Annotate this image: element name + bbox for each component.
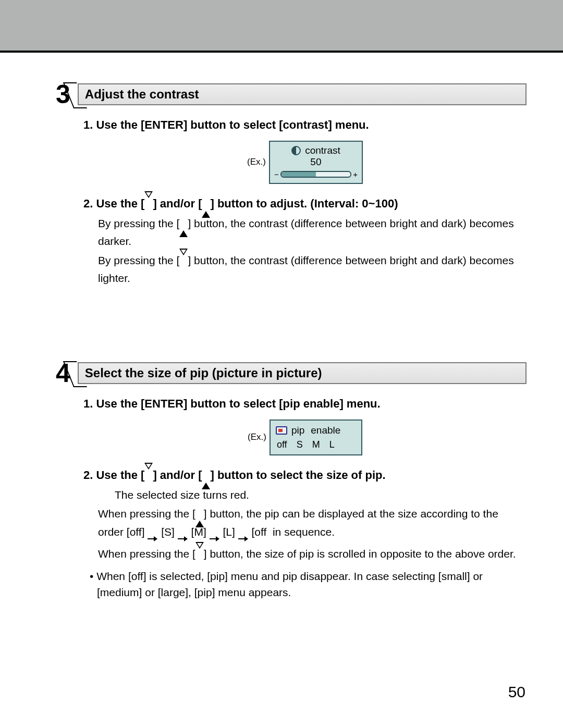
example-label: (Ex.) [248, 432, 266, 442]
step-title-wrap: Adjust the contrast [78, 83, 527, 105]
text: When [off] is selected, [pip] menu and p… [96, 570, 442, 582]
step-4-header: 4 Select the size of pip (picture in pic… [55, 360, 527, 386]
text: [M] [191, 526, 206, 538]
paragraph: When pressing the [] button, the pip can… [98, 505, 527, 540]
text: ] menu. [328, 118, 369, 131]
paragraph: By pressing the [] button, the contrast … [98, 215, 527, 250]
down-triangle-icon [179, 249, 188, 267]
text: ] or [ [139, 586, 161, 598]
bullet-note: • When [off] is selected, [pip] menu and… [97, 568, 527, 601]
step-title-wrap: Select the size of pip (picture in pictu… [78, 362, 527, 384]
example-label: (Ex.) [247, 157, 266, 167]
step3-sub2: 2. Use the [] and/or [] button to adjust… [83, 195, 527, 287]
text: ] button to select the size of pip. [210, 468, 385, 482]
example-pip: (Ex.) pip enable off S M L [83, 419, 527, 455]
osd-enable-label: enable [311, 425, 340, 436]
pip-option-off: off [277, 439, 287, 450]
paragraph: By pressing the [] button, the contrast … [98, 252, 527, 287]
step-3-title: Adjust the contrast [78, 83, 527, 105]
text: ] button, the size of pip is scrolled in… [204, 548, 516, 560]
text: in sequence. [273, 526, 335, 538]
text: By pressing the [ [98, 217, 179, 229]
osd-line1: contrast [274, 145, 358, 156]
substep-heading: 2. Use the [] and/or [] button to adjust… [83, 195, 527, 213]
pip-option-m: M [312, 439, 320, 450]
osd-contrast-value: 50 [274, 156, 358, 168]
substep-heading: 2. Use the [] and/or [] button to select… [83, 467, 527, 485]
text: [S] [161, 526, 175, 538]
page-content: 3 Adjust the contrast 1. Use the [ENTER]… [0, 53, 563, 601]
step-4: 4 Select the size of pip (picture in pic… [55, 360, 527, 601]
text: 2. Use the [ [83, 197, 144, 210]
menu-name: contrast [283, 118, 328, 131]
manual-page: 3 Adjust the contrast 1. Use the [ENTER]… [0, 0, 563, 728]
step3-sub1: 1. Use the [ENTER] button to select [con… [83, 117, 527, 184]
text: 2. Use the [ [83, 468, 144, 482]
osd-plus: + [353, 170, 358, 179]
text: 1. Use the [ENTER] button to select [ [83, 118, 283, 131]
example-contrast: (Ex.) contrast 50 − + [83, 141, 527, 184]
up-triangle-icon [202, 470, 210, 489]
page-number: 50 [508, 683, 525, 701]
pip-option-l: L [329, 439, 335, 450]
osd-pip-box: pip enable off S M L [270, 419, 362, 455]
osd-pip-line1: pip enable [276, 425, 356, 436]
text: ] and/or [ [153, 468, 202, 482]
text: large [161, 586, 186, 598]
step4-sub2: 2. Use the [] and/or [] button to select… [83, 467, 527, 601]
pip-icon [276, 426, 287, 435]
osd-contrast-box: contrast 50 − + [269, 141, 363, 184]
osd-slider [280, 171, 351, 178]
osd-contrast-label: contrast [305, 145, 340, 156]
text: ] and/or [ [153, 197, 202, 210]
up-triangle-icon [202, 198, 210, 218]
substep-heading: 1. Use the [ENTER] button to select [con… [83, 117, 527, 133]
text: small [442, 570, 467, 582]
up-triangle-icon [179, 218, 188, 237]
substep-heading: 1. Use the [ENTER] button to select [pip… [83, 396, 527, 412]
text: ] menu. [339, 397, 380, 410]
step4-sub1: 1. Use the [ENTER] button to select [pip… [83, 396, 527, 455]
step-4-title: Select the size of pip (picture in pictu… [78, 362, 527, 384]
paragraph: When pressing the [] button, the size of… [98, 546, 527, 564]
menu-name: pip enable [283, 397, 340, 410]
osd-slider-fill [282, 172, 316, 177]
text: [L] [223, 526, 235, 538]
osd-slider-row: − + [274, 170, 358, 179]
up-triangle-icon [195, 509, 204, 527]
step-3-header: 3 Adjust the contrast [55, 81, 527, 107]
osd-pip-options: off S M L [276, 439, 356, 450]
paragraph: The selected size turns red. [115, 487, 527, 504]
text: 1. Use the [ENTER] button to select [ [83, 397, 283, 410]
osd-pip-label: pip [291, 425, 304, 436]
text: medium [100, 586, 139, 598]
step-3: 3 Adjust the contrast 1. Use the [ENTER]… [55, 81, 527, 287]
text: When pressing the [ [98, 508, 195, 520]
osd-minus: − [274, 170, 279, 179]
text: ], [pip] menu appears. [185, 586, 291, 598]
text: ] button to adjust. (Interval: 0~100) [210, 197, 398, 210]
header-banner [0, 0, 563, 51]
contrast-icon [291, 146, 301, 155]
down-triangle-icon [144, 463, 153, 483]
text: [off [251, 526, 266, 538]
down-triangle-icon [195, 542, 204, 561]
pip-option-s: S [297, 439, 303, 450]
text: By pressing the [ [98, 254, 179, 266]
text: When pressing the [ [98, 548, 195, 560]
down-triangle-icon [144, 191, 153, 211]
